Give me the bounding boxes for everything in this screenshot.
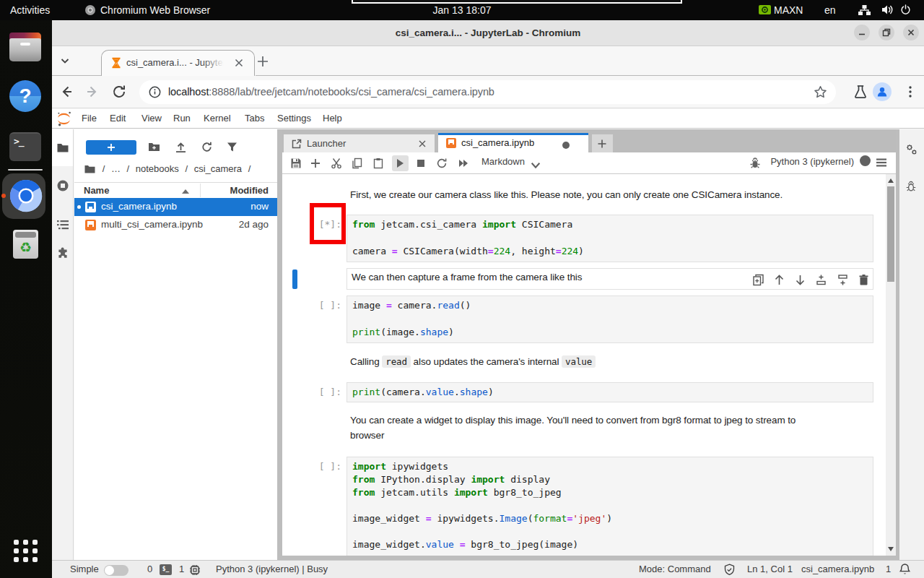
extensions-puzzle-icon[interactable]: [56, 246, 69, 259]
markdown-cell-3[interactable]: Calling read also updates the camera's i…: [350, 354, 596, 369]
nvidia-indicator[interactable]: MAXN: [759, 0, 803, 20]
close-button[interactable]: [903, 25, 919, 40]
new-tab-button[interactable]: [256, 55, 269, 68]
toolbar-overflow-icon[interactable]: [876, 158, 886, 168]
new-dock-tab-button[interactable]: [592, 134, 613, 152]
new-folder-button[interactable]: [148, 141, 160, 153]
move-cell-down-icon[interactable]: [794, 274, 806, 286]
terminals-count[interactable]: 0: [147, 564, 152, 574]
bookmark-star-icon[interactable]: [814, 85, 827, 99]
power-icon[interactable]: [900, 4, 911, 15]
property-inspector-icon[interactable]: [905, 143, 918, 156]
tab-close-icon[interactable]: [233, 57, 245, 69]
menu-run[interactable]: Run: [173, 109, 191, 128]
new-launcher-button[interactable]: [86, 140, 136, 155]
cell-type-chevron-icon[interactable]: [530, 160, 541, 171]
files-app-icon[interactable]: [9, 33, 41, 61]
omnibox[interactable]: localhost:8888/lab/tree/jetcam/notebooks…: [139, 80, 836, 104]
delete-cell-icon[interactable]: [858, 274, 870, 286]
show-applications-icon[interactable]: [14, 540, 38, 562]
notifications-count[interactable]: 1: [886, 564, 891, 574]
browser-menu-kebab-icon[interactable]: [902, 84, 918, 100]
files-tab-icon[interactable]: [56, 142, 69, 155]
breadcrumb-ellipsis[interactable]: …: [111, 163, 121, 174]
cut-cells-button[interactable]: [331, 158, 342, 169]
breadcrumb-root[interactable]: /: [103, 163, 105, 174]
breadcrumb-notebooks[interactable]: notebooks: [136, 163, 179, 174]
cell-type-dropdown[interactable]: Markdown: [481, 156, 525, 167]
duplicate-cell-icon[interactable]: [752, 274, 764, 286]
code-cell-3[interactable]: print(camera.value.shape): [346, 382, 873, 402]
interrupt-kernel-button[interactable]: [415, 158, 427, 169]
kernel-name-button[interactable]: Python 3 (ipykernel): [770, 156, 854, 167]
paste-cells-button[interactable]: [372, 158, 384, 169]
move-cell-up-icon[interactable]: [773, 274, 785, 286]
keyboard-layout-indicator[interactable]: en: [824, 0, 836, 20]
chromium-app-tile[interactable]: [2, 173, 45, 219]
tab-launcher[interactable]: Launcher: [284, 134, 435, 152]
reload-button[interactable]: [111, 84, 127, 100]
menu-settings[interactable]: Settings: [277, 109, 311, 128]
volume-icon[interactable]: [881, 4, 894, 15]
copy-cells-button[interactable]: [352, 158, 363, 169]
code-cell-2[interactable]: image = camera.read() print(image.shape): [346, 296, 873, 343]
window-titlebar[interactable]: csi_camera.i... - JupyterLab - Chromium: [52, 20, 924, 46]
menu-tabs[interactable]: Tabs: [245, 109, 264, 128]
experiments-flask-icon[interactable]: [853, 84, 868, 100]
kernel-busy-indicator[interactable]: [860, 155, 871, 166]
forward-button[interactable]: [84, 84, 100, 100]
kernels-count[interactable]: 1: [179, 564, 184, 574]
network-icon[interactable]: [858, 5, 871, 15]
menu-file[interactable]: File: [82, 109, 97, 128]
table-of-contents-icon[interactable]: [56, 218, 69, 231]
notebook-scrollbar[interactable]: [886, 174, 896, 556]
simple-mode-toggle[interactable]: [104, 565, 128, 576]
cursor-position-indicator[interactable]: Ln 1, Col 1: [747, 564, 793, 574]
restart-run-all-button[interactable]: [458, 158, 469, 169]
profile-avatar[interactable]: [873, 82, 892, 101]
site-info-icon[interactable]: [149, 86, 161, 98]
menu-edit[interactable]: Edit: [110, 109, 126, 128]
trash-app-icon[interactable]: ♻: [13, 230, 38, 259]
insert-cell-below-icon[interactable]: [837, 274, 849, 286]
insert-cell-above-icon[interactable]: [815, 274, 827, 286]
scrollbar-thumb[interactable]: [887, 186, 894, 282]
tab-notebook[interactable]: csi_camera.ipynb: [438, 133, 588, 152]
menu-view[interactable]: View: [141, 109, 162, 128]
menu-help[interactable]: Help: [323, 109, 342, 128]
running-kernels-icon[interactable]: [56, 179, 69, 192]
restart-kernel-button[interactable]: [436, 158, 448, 169]
trust-shield-icon[interactable]: [723, 564, 736, 576]
debugger-bug-icon[interactable]: [749, 158, 761, 169]
column-name[interactable]: Name: [84, 185, 109, 196]
menu-kernel[interactable]: Kernel: [204, 109, 231, 128]
upload-button[interactable]: [175, 141, 187, 153]
browser-tab[interactable]: csi_camera.i... - JupyterLab: [101, 50, 255, 76]
help-app-icon[interactable]: ?: [9, 80, 41, 112]
column-modified[interactable]: Modified: [230, 185, 269, 196]
breadcrumb-csi-camera[interactable]: csi_camera: [194, 163, 242, 174]
sidebar-splitter[interactable]: [277, 129, 282, 561]
statusbar-filename[interactable]: csi_camera.ipynb: [801, 564, 874, 574]
command-mode-indicator[interactable]: Mode: Command: [639, 564, 711, 574]
insert-cell-button[interactable]: [310, 158, 321, 169]
minimize-button[interactable]: [854, 25, 870, 40]
run-cell-button[interactable]: [394, 158, 406, 169]
save-button[interactable]: [290, 158, 302, 169]
markdown-cell-1[interactable]: First, we create our camera class like t…: [350, 187, 783, 202]
url-text[interactable]: localhost:8888/lab/tree/jetcam/notebooks…: [168, 80, 494, 104]
code-cell-1[interactable]: from jetcam.csi_camera import CSICamera …: [346, 215, 873, 262]
chromium-indicator[interactable]: Chromium Web Browser: [84, 0, 210, 20]
scroll-up-arrow[interactable]: [888, 178, 894, 183]
kernel-status-text[interactable]: Python 3 (ipykernel) | Busy: [216, 564, 328, 574]
scroll-down-arrow[interactable]: [888, 547, 894, 551]
file-row-selected[interactable]: csi_camera.ipynb now: [74, 198, 277, 216]
refresh-button[interactable]: [201, 141, 213, 153]
terminal-app-icon[interactable]: >_: [9, 132, 41, 161]
restore-button[interactable]: [879, 25, 894, 40]
markdown-cell-4[interactable]: You can create a widget to display this …: [350, 413, 796, 443]
breadcrumb-home-icon[interactable]: [84, 164, 95, 174]
active-cell-collapser[interactable]: [292, 269, 297, 289]
filter-files-button[interactable]: [226, 141, 238, 153]
markdown-cell-selected[interactable]: We can then capture a frame from the cam…: [346, 268, 873, 290]
